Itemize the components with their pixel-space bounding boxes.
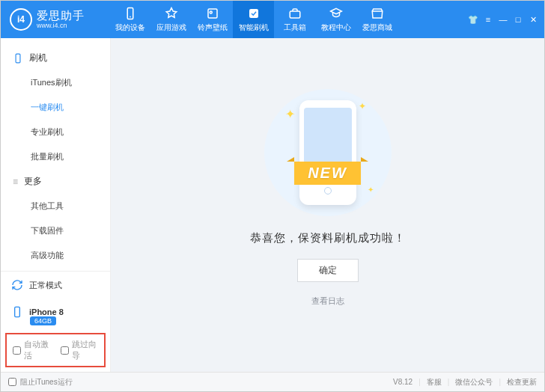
main-panel: ✦ ✦ ✦ NEW 恭喜您，保资料刷机成功啦！ 确定 查看日志 [111, 38, 544, 372]
phone-icon [124, 7, 137, 20]
sparkle-icon: ✦ [368, 186, 374, 194]
minimize-button[interactable]: — [498, 14, 508, 25]
svg-rect-2 [208, 9, 217, 18]
auto-activate-check[interactable]: 自动激活 [13, 339, 50, 361]
svg-rect-4 [249, 9, 258, 18]
block-itunes-label: 阻止iTunes运行 [20, 377, 73, 388]
toolbox-icon [288, 7, 302, 20]
sidebar-bottom: 正常模式 iPhone 8 64GB 自动激活 [1, 271, 110, 372]
sidebar: 刷机 iTunes刷机 一键刷机 专业刷机 批量刷机 ≡ 更多 其他工具 下载固… [1, 38, 111, 372]
nav-my-device[interactable]: 我的设备 [109, 1, 150, 38]
refresh-icon [11, 279, 23, 291]
more-icon: ≡ [13, 177, 18, 187]
nav-flash[interactable]: 智能刷机 [233, 1, 274, 38]
sidebar-list: 刷机 iTunes刷机 一键刷机 专业刷机 批量刷机 ≡ 更多 其他工具 下载固… [1, 38, 110, 271]
home-button-icon [324, 187, 332, 195]
skip-guide-check[interactable]: 跳过向导 [61, 339, 98, 361]
brand-logo[interactable]: i4 爱思助手 www.i4.cn [1, 8, 109, 31]
top-nav: 我的设备 应用游戏 铃声壁纸 智能刷机 工具箱 教程中心 [109, 1, 468, 38]
sidebar-group-flash[interactable]: 刷机 [1, 46, 110, 70]
sparkle-icon: ✦ [285, 107, 295, 121]
success-illustration: ✦ ✦ ✦ NEW [264, 89, 392, 216]
tutorials-icon [329, 7, 343, 20]
block-itunes-checkbox[interactable] [8, 378, 16, 386]
bottom-options-highlight: 自动激活 跳过向导 [5, 333, 106, 367]
service-link[interactable]: 客服 [427, 377, 442, 388]
sidebar-item-pro-flash[interactable]: 专业刷机 [1, 120, 110, 144]
wechat-link[interactable]: 微信公众号 [455, 377, 493, 388]
new-ribbon: NEW [294, 162, 361, 185]
titlebar: i4 爱思助手 www.i4.cn 我的设备 应用游戏 铃声壁纸 智能刷机 [1, 1, 544, 38]
version-label: V8.12 [393, 378, 412, 386]
wallpaper-icon [206, 7, 219, 20]
sidebar-item-batch-flash[interactable]: 批量刷机 [1, 144, 110, 169]
device-name: iPhone 8 [29, 307, 64, 316]
nav-tutorials[interactable]: 教程中心 [315, 1, 356, 38]
shop-icon [371, 7, 384, 20]
success-message: 恭喜您，保资料刷机成功啦！ [250, 231, 406, 245]
maximize-button[interactable]: □ [513, 14, 523, 25]
skip-guide-checkbox[interactable] [61, 346, 69, 355]
view-log-link[interactable]: 查看日志 [311, 295, 344, 307]
statusbar: 阻止iTunes运行 V8.12 | 客服 | 微信公众号 | 检查更新 [1, 372, 544, 391]
update-link[interactable]: 检查更新 [507, 377, 537, 388]
shirt-icon[interactable]: 👕 [468, 14, 478, 25]
flash-icon [247, 7, 261, 20]
nav-apps[interactable]: 应用游戏 [150, 1, 192, 38]
phone-illustration [299, 100, 356, 205]
svg-rect-7 [16, 54, 20, 63]
sidebar-item-advanced[interactable]: 高级功能 [1, 243, 110, 268]
nav-shop[interactable]: 爱思商城 [356, 1, 398, 38]
brand-title: 爱思助手 [37, 10, 85, 21]
menu-icon[interactable]: ≡ [483, 14, 493, 25]
phone-icon [11, 306, 23, 318]
phone-icon [13, 53, 23, 64]
device-info[interactable]: iPhone 8 64GB [1, 298, 110, 328]
sparkle-icon: ✦ [359, 101, 366, 111]
logo-icon: i4 [10, 8, 32, 31]
brand-sub: www.i4.cn [37, 22, 85, 29]
close-button[interactable]: ✕ [528, 14, 538, 25]
device-mode[interactable]: 正常模式 [1, 272, 110, 298]
sidebar-group-more[interactable]: ≡ 更多 [1, 169, 110, 194]
svg-point-3 [210, 11, 212, 13]
body: 刷机 iTunes刷机 一键刷机 专业刷机 批量刷机 ≡ 更多 其他工具 下载固… [1, 38, 544, 372]
nav-wallpaper[interactable]: 铃声壁纸 [192, 1, 233, 38]
ok-button[interactable]: 确定 [297, 259, 359, 282]
svg-rect-8 [15, 307, 20, 316]
window-controls: 👕 ≡ — □ ✕ [468, 14, 544, 25]
sidebar-item-other-tools[interactable]: 其他工具 [1, 194, 110, 218]
sidebar-item-oneclick-flash[interactable]: 一键刷机 [1, 95, 110, 120]
sidebar-item-itunes-flash[interactable]: iTunes刷机 [1, 70, 110, 95]
svg-rect-5 [290, 11, 300, 18]
nav-toolbox[interactable]: 工具箱 [274, 1, 315, 38]
sidebar-item-download-firmware[interactable]: 下载固件 [1, 218, 110, 243]
apps-icon [165, 7, 178, 20]
app-window: i4 爱思助手 www.i4.cn 我的设备 应用游戏 铃声壁纸 智能刷机 [0, 0, 545, 392]
storage-badge: 64GB [30, 316, 56, 325]
auto-activate-checkbox[interactable] [13, 346, 21, 355]
